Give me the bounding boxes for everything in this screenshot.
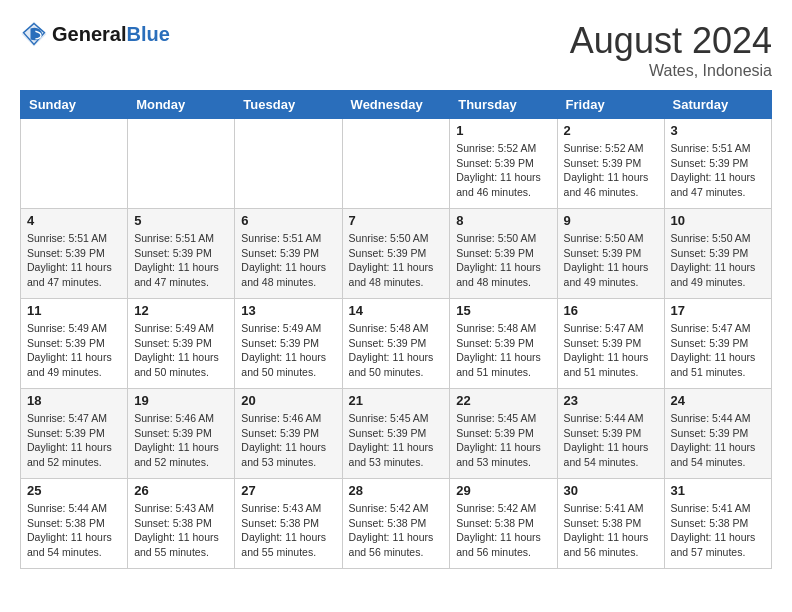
calendar-cell: [342, 119, 450, 209]
location: Wates, Indonesia: [570, 62, 772, 80]
day-number: 14: [349, 303, 444, 318]
calendar-cell: 28Sunrise: 5:42 AM Sunset: 5:38 PM Dayli…: [342, 479, 450, 569]
day-info: Sunrise: 5:43 AM Sunset: 5:38 PM Dayligh…: [241, 501, 335, 560]
calendar-cell: 13Sunrise: 5:49 AM Sunset: 5:39 PM Dayli…: [235, 299, 342, 389]
calendar-week-row: 1Sunrise: 5:52 AM Sunset: 5:39 PM Daylig…: [21, 119, 772, 209]
calendar-cell: 15Sunrise: 5:48 AM Sunset: 5:39 PM Dayli…: [450, 299, 557, 389]
calendar-cell: 25Sunrise: 5:44 AM Sunset: 5:38 PM Dayli…: [21, 479, 128, 569]
day-number: 8: [456, 213, 550, 228]
calendar-cell: 29Sunrise: 5:42 AM Sunset: 5:38 PM Dayli…: [450, 479, 557, 569]
day-number: 24: [671, 393, 765, 408]
calendar-cell: 6Sunrise: 5:51 AM Sunset: 5:39 PM Daylig…: [235, 209, 342, 299]
calendar-week-row: 11Sunrise: 5:49 AM Sunset: 5:39 PM Dayli…: [21, 299, 772, 389]
day-number: 20: [241, 393, 335, 408]
calendar-cell: 18Sunrise: 5:47 AM Sunset: 5:39 PM Dayli…: [21, 389, 128, 479]
day-info: Sunrise: 5:50 AM Sunset: 5:39 PM Dayligh…: [564, 231, 658, 290]
day-number: 11: [27, 303, 121, 318]
weekday-header: Friday: [557, 91, 664, 119]
calendar-cell: 2Sunrise: 5:52 AM Sunset: 5:39 PM Daylig…: [557, 119, 664, 209]
month-year: August 2024: [570, 20, 772, 62]
calendar-cell: 20Sunrise: 5:46 AM Sunset: 5:39 PM Dayli…: [235, 389, 342, 479]
day-info: Sunrise: 5:47 AM Sunset: 5:39 PM Dayligh…: [564, 321, 658, 380]
logo-line1: General: [52, 23, 126, 45]
calendar-cell: 10Sunrise: 5:50 AM Sunset: 5:39 PM Dayli…: [664, 209, 771, 299]
calendar-cell: 30Sunrise: 5:41 AM Sunset: 5:38 PM Dayli…: [557, 479, 664, 569]
day-number: 27: [241, 483, 335, 498]
day-number: 4: [27, 213, 121, 228]
day-number: 31: [671, 483, 765, 498]
day-number: 19: [134, 393, 228, 408]
logo-icon: [20, 20, 48, 48]
calendar-cell: 3Sunrise: 5:51 AM Sunset: 5:39 PM Daylig…: [664, 119, 771, 209]
day-number: 13: [241, 303, 335, 318]
day-info: Sunrise: 5:49 AM Sunset: 5:39 PM Dayligh…: [27, 321, 121, 380]
calendar-cell: 12Sunrise: 5:49 AM Sunset: 5:39 PM Dayli…: [128, 299, 235, 389]
day-info: Sunrise: 5:43 AM Sunset: 5:38 PM Dayligh…: [134, 501, 228, 560]
calendar-week-row: 4Sunrise: 5:51 AM Sunset: 5:39 PM Daylig…: [21, 209, 772, 299]
day-info: Sunrise: 5:44 AM Sunset: 5:39 PM Dayligh…: [671, 411, 765, 470]
weekday-header: Thursday: [450, 91, 557, 119]
day-number: 2: [564, 123, 658, 138]
day-info: Sunrise: 5:48 AM Sunset: 5:39 PM Dayligh…: [349, 321, 444, 380]
day-number: 28: [349, 483, 444, 498]
weekday-header: Tuesday: [235, 91, 342, 119]
weekday-header: Wednesday: [342, 91, 450, 119]
day-info: Sunrise: 5:44 AM Sunset: 5:39 PM Dayligh…: [564, 411, 658, 470]
day-number: 12: [134, 303, 228, 318]
day-number: 16: [564, 303, 658, 318]
calendar-cell: 24Sunrise: 5:44 AM Sunset: 5:39 PM Dayli…: [664, 389, 771, 479]
calendar-cell: 21Sunrise: 5:45 AM Sunset: 5:39 PM Dayli…: [342, 389, 450, 479]
header: GeneralBlue August 2024 Wates, Indonesia: [20, 20, 772, 80]
day-info: Sunrise: 5:44 AM Sunset: 5:38 PM Dayligh…: [27, 501, 121, 560]
day-number: 22: [456, 393, 550, 408]
calendar-cell: 11Sunrise: 5:49 AM Sunset: 5:39 PM Dayli…: [21, 299, 128, 389]
calendar-cell: 26Sunrise: 5:43 AM Sunset: 5:38 PM Dayli…: [128, 479, 235, 569]
day-number: 9: [564, 213, 658, 228]
day-info: Sunrise: 5:50 AM Sunset: 5:39 PM Dayligh…: [671, 231, 765, 290]
calendar-cell: 7Sunrise: 5:50 AM Sunset: 5:39 PM Daylig…: [342, 209, 450, 299]
day-info: Sunrise: 5:52 AM Sunset: 5:39 PM Dayligh…: [456, 141, 550, 200]
day-info: Sunrise: 5:51 AM Sunset: 5:39 PM Dayligh…: [27, 231, 121, 290]
weekday-header: Monday: [128, 91, 235, 119]
day-number: 1: [456, 123, 550, 138]
day-info: Sunrise: 5:46 AM Sunset: 5:39 PM Dayligh…: [241, 411, 335, 470]
calendar-week-row: 25Sunrise: 5:44 AM Sunset: 5:38 PM Dayli…: [21, 479, 772, 569]
day-info: Sunrise: 5:51 AM Sunset: 5:39 PM Dayligh…: [671, 141, 765, 200]
calendar-cell: 19Sunrise: 5:46 AM Sunset: 5:39 PM Dayli…: [128, 389, 235, 479]
day-info: Sunrise: 5:41 AM Sunset: 5:38 PM Dayligh…: [671, 501, 765, 560]
day-number: 17: [671, 303, 765, 318]
day-info: Sunrise: 5:41 AM Sunset: 5:38 PM Dayligh…: [564, 501, 658, 560]
day-number: 25: [27, 483, 121, 498]
day-number: 7: [349, 213, 444, 228]
day-number: 21: [349, 393, 444, 408]
day-number: 30: [564, 483, 658, 498]
calendar-cell: 8Sunrise: 5:50 AM Sunset: 5:39 PM Daylig…: [450, 209, 557, 299]
day-number: 6: [241, 213, 335, 228]
calendar-cell: 31Sunrise: 5:41 AM Sunset: 5:38 PM Dayli…: [664, 479, 771, 569]
calendar-cell: 9Sunrise: 5:50 AM Sunset: 5:39 PM Daylig…: [557, 209, 664, 299]
calendar-cell: [128, 119, 235, 209]
day-number: 18: [27, 393, 121, 408]
calendar-cell: 1Sunrise: 5:52 AM Sunset: 5:39 PM Daylig…: [450, 119, 557, 209]
day-info: Sunrise: 5:45 AM Sunset: 5:39 PM Dayligh…: [456, 411, 550, 470]
day-info: Sunrise: 5:46 AM Sunset: 5:39 PM Dayligh…: [134, 411, 228, 470]
day-info: Sunrise: 5:52 AM Sunset: 5:39 PM Dayligh…: [564, 141, 658, 200]
calendar-cell: 27Sunrise: 5:43 AM Sunset: 5:38 PM Dayli…: [235, 479, 342, 569]
calendar-cell: [21, 119, 128, 209]
day-number: 23: [564, 393, 658, 408]
day-info: Sunrise: 5:50 AM Sunset: 5:39 PM Dayligh…: [456, 231, 550, 290]
day-number: 26: [134, 483, 228, 498]
calendar-cell: 22Sunrise: 5:45 AM Sunset: 5:39 PM Dayli…: [450, 389, 557, 479]
logo: GeneralBlue: [20, 20, 170, 48]
day-info: Sunrise: 5:45 AM Sunset: 5:39 PM Dayligh…: [349, 411, 444, 470]
weekday-header: Saturday: [664, 91, 771, 119]
header-row: SundayMondayTuesdayWednesdayThursdayFrid…: [21, 91, 772, 119]
calendar-week-row: 18Sunrise: 5:47 AM Sunset: 5:39 PM Dayli…: [21, 389, 772, 479]
day-number: 29: [456, 483, 550, 498]
day-info: Sunrise: 5:50 AM Sunset: 5:39 PM Dayligh…: [349, 231, 444, 290]
day-info: Sunrise: 5:47 AM Sunset: 5:39 PM Dayligh…: [27, 411, 121, 470]
calendar-cell: [235, 119, 342, 209]
day-info: Sunrise: 5:49 AM Sunset: 5:39 PM Dayligh…: [134, 321, 228, 380]
day-info: Sunrise: 5:42 AM Sunset: 5:38 PM Dayligh…: [456, 501, 550, 560]
calendar-cell: 23Sunrise: 5:44 AM Sunset: 5:39 PM Dayli…: [557, 389, 664, 479]
